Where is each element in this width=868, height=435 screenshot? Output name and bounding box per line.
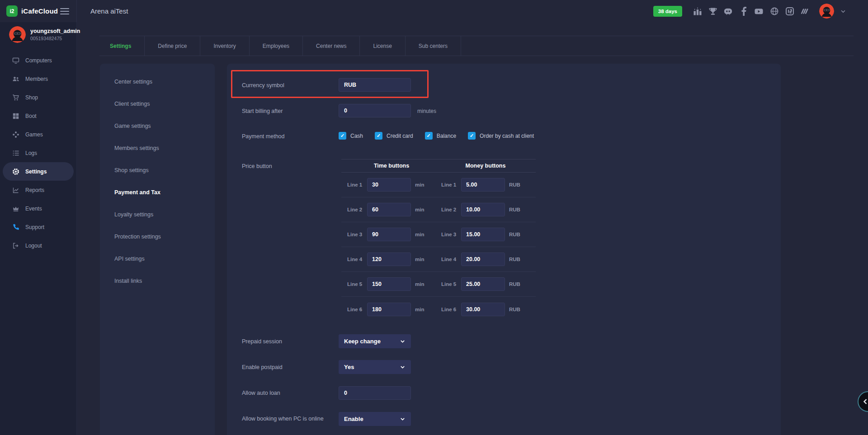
user-avatar[interactable] — [819, 4, 834, 19]
menu-item-install-links[interactable]: Install links — [100, 270, 215, 292]
checkbox-label: Cash — [350, 133, 363, 139]
checkbox-checked-icon[interactable]: ✓ — [339, 132, 346, 140]
days-left-badge[interactable]: 38 days — [653, 6, 682, 17]
facebook-icon[interactable] — [739, 6, 748, 16]
sidebar-item-label: Reports — [25, 187, 44, 193]
sidebar-item-logout[interactable]: Logout — [0, 236, 76, 255]
sidebar-item-events[interactable]: Events — [0, 199, 76, 218]
time-line-4-input[interactable] — [367, 253, 411, 266]
menu-item-payment-and-tax[interactable]: Payment and Tax — [100, 181, 215, 203]
tab-employees[interactable]: Employees — [250, 36, 303, 56]
row-suffix: RUB — [509, 207, 520, 212]
table-row: Line 2 min — [341, 197, 442, 222]
brand-area: i2 iCafeCloud — [0, 0, 77, 22]
events-icon — [12, 205, 19, 212]
money-buttons-table: Money buttons Line 1 RUB Line 2 RUB Line… — [435, 159, 536, 322]
table-row: Line 6 RUB — [435, 297, 536, 322]
topbar-actions: 38 days — [653, 4, 868, 19]
tab-define-price[interactable]: Define price — [145, 36, 200, 56]
payment-option-order-by-cash[interactable]: ✓ Order by cash at client — [468, 132, 534, 140]
payment-tax-form: Currency symbol Start billing after minu… — [227, 64, 781, 435]
tab-center-news[interactable]: Center news — [303, 36, 360, 56]
ranking-icon[interactable] — [693, 6, 702, 16]
discord-icon[interactable] — [723, 6, 733, 16]
payment-method-options: ✓ Cash ✓ Credit card ✓ Balance ✓ Order b… — [339, 132, 534, 140]
start-billing-label: Start billing after — [242, 108, 283, 114]
row-label: Line 2 — [347, 207, 367, 212]
menu-item-shop-settings[interactable]: Shop settings — [100, 159, 215, 181]
currency-symbol-input[interactable] — [339, 78, 411, 92]
menu-item-api-settings[interactable]: API settings — [100, 248, 215, 270]
prepaid-session-select[interactable]: Keep change — [339, 334, 411, 348]
menu-item-game-settings[interactable]: Game settings — [100, 115, 215, 137]
allow-auto-loan-input[interactable] — [339, 386, 411, 400]
app-logo[interactable]: i2 iCafeCloud — [6, 5, 58, 17]
sidebar-item-settings[interactable]: Settings — [3, 162, 74, 181]
menu-item-members-settings[interactable]: Members settings — [100, 137, 215, 159]
money-line-2-input[interactable] — [461, 203, 505, 216]
trophy-icon[interactable] — [708, 6, 717, 16]
payment-option-balance[interactable]: ✓ Balance — [425, 132, 456, 140]
money-line-3-input[interactable] — [461, 228, 505, 241]
menu-icon[interactable] — [60, 8, 69, 14]
time-line-2-input[interactable] — [367, 203, 411, 216]
icafecloud-logo-icon: i2 — [6, 5, 18, 17]
start-billing-input[interactable] — [339, 104, 411, 117]
licenses-icon[interactable] — [800, 6, 810, 16]
time-line-5-input[interactable] — [367, 277, 411, 291]
tab-license[interactable]: License — [360, 36, 405, 56]
menu-item-protection-settings[interactable]: Protection settings — [100, 225, 215, 248]
sidebar-item-boot[interactable]: Boot — [0, 107, 76, 125]
menu-item-center-settings[interactable]: Center settings — [100, 70, 215, 93]
sidebar-item-games[interactable]: Games — [0, 125, 76, 144]
money-line-6-input[interactable] — [461, 303, 505, 316]
sidebar-item-members[interactable]: Members — [0, 70, 76, 88]
row-suffix: RUB — [509, 307, 520, 312]
sidebar-item-computers[interactable]: Computers — [0, 51, 76, 70]
panel-collapse-button[interactable] — [858, 391, 868, 412]
tab-sub-centers[interactable]: Sub centers — [406, 36, 461, 56]
allow-booking-select[interactable]: Enable — [339, 412, 411, 426]
sidebar-item-label: Events — [25, 206, 42, 212]
row-label: Line 5 — [441, 281, 461, 287]
center-title: Arena aiTest — [90, 7, 128, 15]
sidebar-item-logs[interactable]: Logs — [0, 144, 76, 162]
row-label: Line 6 — [347, 307, 367, 312]
time-line-3-input[interactable] — [367, 228, 411, 241]
row-label: Line 6 — [441, 307, 461, 312]
checkbox-checked-icon[interactable]: ✓ — [425, 132, 433, 140]
boot-icon — [12, 112, 19, 120]
money-line-5-input[interactable] — [461, 277, 505, 291]
sidebar-item-reports[interactable]: Reports — [0, 181, 76, 199]
menu-item-client-settings[interactable]: Client settings — [100, 93, 215, 115]
time-line-6-input[interactable] — [367, 303, 411, 316]
row-suffix: min — [415, 307, 424, 312]
youtube-icon[interactable] — [754, 6, 764, 16]
tab-inventory[interactable]: Inventory — [200, 36, 249, 56]
user-block[interactable]: youngzsoft_admin 005193482475 — [0, 22, 76, 43]
sidebar-item-label: Logout — [25, 243, 42, 249]
row-label: Line 3 — [347, 232, 367, 237]
sidebar-item-shop[interactable]: Shop — [0, 88, 76, 107]
table-row: Line 3 RUB — [435, 222, 536, 247]
chevron-down-icon — [400, 338, 406, 344]
money-line-4-input[interactable] — [461, 253, 505, 266]
account-caret-icon[interactable] — [840, 8, 846, 14]
sidebar-item-support[interactable]: Support — [0, 218, 76, 236]
sidebar-nav: Computers Members Shop Boot Games Logs S… — [0, 51, 76, 255]
table-row: Line 3 min — [341, 222, 442, 247]
time-line-1-input[interactable] — [367, 178, 411, 192]
checkbox-checked-icon[interactable]: ✓ — [375, 132, 382, 140]
payment-option-credit-card[interactable]: ✓ Credit card — [375, 132, 413, 140]
select-value: Enable — [344, 416, 363, 422]
enable-postpaid-select[interactable]: Yes — [339, 360, 411, 374]
globe-icon[interactable] — [769, 6, 779, 16]
sidebar-user-avatar — [9, 26, 26, 43]
payment-option-cash[interactable]: ✓ Cash — [339, 132, 363, 140]
menu-item-loyalty-settings[interactable]: Loyalty settings — [100, 203, 215, 225]
checkbox-checked-icon[interactable]: ✓ — [468, 132, 476, 140]
sidebar: youngzsoft_admin 005193482475 Computers … — [0, 22, 77, 435]
tab-settings[interactable]: Settings — [99, 36, 145, 56]
icafecloud-small-icon[interactable] — [785, 6, 794, 16]
money-line-1-input[interactable] — [461, 178, 505, 192]
